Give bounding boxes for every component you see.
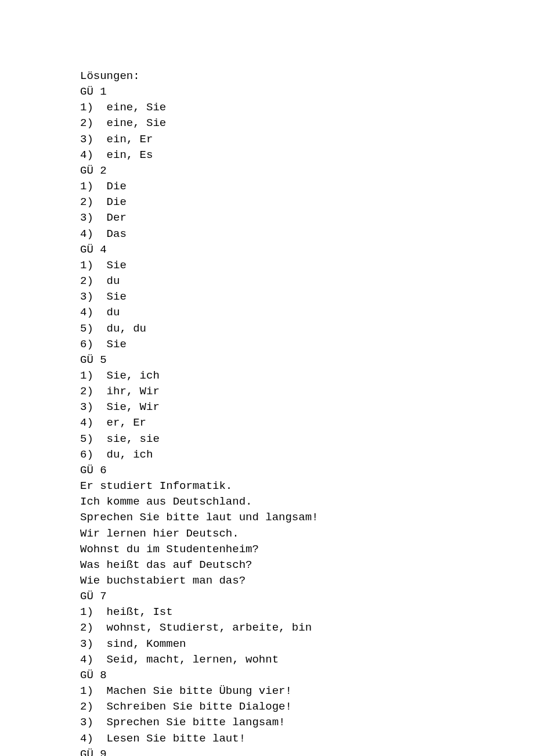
text-line: GÜ 7 bbox=[80, 589, 534, 604]
text-line: GÜ 5 bbox=[80, 352, 534, 368]
text-line: Ich komme aus Deutschland. bbox=[80, 494, 534, 510]
text-line: GÜ 1 bbox=[80, 84, 534, 100]
text-line: 6) du, ich bbox=[80, 447, 534, 463]
text-line: Wir lernen hier Deutsch. bbox=[80, 526, 534, 542]
text-line: 2) du bbox=[80, 273, 534, 289]
text-line: 2) wohnst, Studierst, arbeite, bin bbox=[80, 620, 534, 636]
text-line: 2) Schreiben Sie bitte Dialoge! bbox=[80, 699, 534, 715]
text-line: 2) Die bbox=[80, 195, 534, 210]
text-line: 1) heißt, Ist bbox=[80, 604, 534, 620]
text-line: 3) Sie, Wir bbox=[80, 399, 534, 415]
text-line: GÜ 9 bbox=[80, 747, 534, 756]
document-content: Lösungen:GÜ 11) eine, Sie2) eine, Sie3) … bbox=[80, 69, 534, 756]
text-line: Sprechen Sie bitte laut und langsam! bbox=[80, 510, 534, 525]
text-line: GÜ 2 bbox=[80, 163, 534, 179]
text-line: 3) Sie bbox=[80, 289, 534, 305]
text-line: 1) Machen Sie bitte Übung vier! bbox=[80, 683, 534, 699]
text-line: 3) Der bbox=[80, 210, 534, 226]
text-line: 4) Seid, macht, lernen, wohnt bbox=[80, 652, 534, 668]
text-line: Wie buchstabiert man das? bbox=[80, 573, 534, 589]
text-line: 4) er, Er bbox=[80, 415, 534, 431]
text-line: GÜ 6 bbox=[80, 463, 534, 478]
text-line: 6) Sie bbox=[80, 337, 534, 352]
text-line: 2) ihr, Wir bbox=[80, 384, 534, 399]
text-line: 4) du bbox=[80, 305, 534, 321]
text-line: Lösungen: bbox=[80, 69, 534, 84]
text-line: 3) ein, Er bbox=[80, 132, 534, 147]
text-line: 2) eine, Sie bbox=[80, 116, 534, 131]
text-line: 4) Lesen Sie bitte laut! bbox=[80, 731, 534, 747]
text-line: 4) ein, Es bbox=[80, 147, 534, 163]
text-line: Er studiert Informatik. bbox=[80, 478, 534, 494]
text-line: 3) Sprechen Sie bitte langsam! bbox=[80, 715, 534, 730]
text-line: 1) Sie, ich bbox=[80, 368, 534, 384]
text-line: GÜ 4 bbox=[80, 242, 534, 258]
text-line: GÜ 8 bbox=[80, 668, 534, 683]
text-line: 5) du, du bbox=[80, 321, 534, 337]
text-line: 1) eine, Sie bbox=[80, 100, 534, 116]
text-line: 4) Das bbox=[80, 226, 534, 242]
text-line: Wohnst du im Studentenheim? bbox=[80, 542, 534, 557]
text-line: 1) Die bbox=[80, 179, 534, 195]
text-line: 1) Sie bbox=[80, 258, 534, 273]
text-line: 5) sie, sie bbox=[80, 431, 534, 447]
text-line: Was heißt das auf Deutsch? bbox=[80, 557, 534, 573]
text-line: 3) sind, Kommen bbox=[80, 636, 534, 652]
